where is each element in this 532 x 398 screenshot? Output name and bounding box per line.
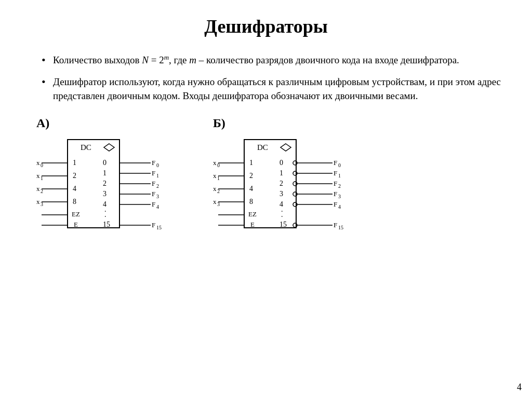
svg-text:F: F <box>152 180 155 187</box>
svg-text:2: 2 <box>280 180 283 187</box>
svg-text:x: x <box>213 198 217 205</box>
svg-text:8: 8 <box>249 198 253 205</box>
diagram-b-svg: DC x 0 x 1 x 2 x 3 1 2 <box>213 134 369 254</box>
bullet-dot-1: • <box>42 52 51 68</box>
svg-text:DC: DC <box>257 143 268 152</box>
svg-text:4: 4 <box>156 204 159 210</box>
svg-text:F: F <box>334 221 337 229</box>
svg-text:x: x <box>36 159 40 167</box>
svg-text:1: 1 <box>217 175 220 181</box>
svg-marker-51 <box>281 144 291 151</box>
svg-text:E: E <box>74 221 78 228</box>
svg-text:x: x <box>36 185 40 193</box>
diagram-a: А) DC x 0 x 1 <box>36 116 182 254</box>
svg-text:F: F <box>334 190 337 198</box>
page-number: 4 <box>517 382 522 393</box>
svg-text:0: 0 <box>103 159 107 167</box>
svg-text:15: 15 <box>103 221 110 228</box>
svg-text:x: x <box>213 185 217 193</box>
diagram-b: Б) DC x 0 x 1 x 2 <box>213 116 369 254</box>
svg-text:0: 0 <box>156 162 159 168</box>
svg-text:3: 3 <box>156 194 159 199</box>
diagram-a-label: А) <box>36 116 49 130</box>
svg-text:4: 4 <box>249 185 253 193</box>
bullet-text-1: Количество выходов N = 2m, где m – колич… <box>53 53 501 67</box>
svg-text:F: F <box>152 159 155 167</box>
svg-text:15: 15 <box>280 221 287 228</box>
bullet-item-1: • Количество выходов N = 2m, где m – кол… <box>42 53 501 68</box>
svg-text:x: x <box>36 172 40 180</box>
svg-text:EZ: EZ <box>248 210 257 218</box>
svg-text:·: · <box>104 213 107 221</box>
svg-text:3: 3 <box>41 201 43 207</box>
svg-text:1: 1 <box>103 169 107 177</box>
diagrams-row: А) DC x 0 x 1 <box>31 116 501 254</box>
svg-text:x: x <box>213 172 217 180</box>
svg-text:3: 3 <box>280 190 283 198</box>
svg-text:2: 2 <box>217 188 220 194</box>
svg-text:1: 1 <box>41 175 43 181</box>
svg-text:3: 3 <box>103 190 107 198</box>
svg-text:F: F <box>152 190 155 198</box>
svg-text:0: 0 <box>217 162 220 168</box>
svg-text:15: 15 <box>338 225 343 230</box>
svg-text:·: · <box>281 213 283 221</box>
svg-text:E: E <box>250 221 255 228</box>
bullet-list: • Количество выходов N = 2m, где m – кол… <box>42 53 501 103</box>
svg-text:1: 1 <box>249 159 253 167</box>
svg-text:1: 1 <box>280 169 283 177</box>
svg-text:F: F <box>334 180 337 187</box>
svg-text:3: 3 <box>217 201 220 207</box>
bullet-item-2: • Дешифратор используют, когда нужно обр… <box>42 75 501 103</box>
svg-text:4: 4 <box>338 204 341 210</box>
svg-text:3: 3 <box>338 194 341 199</box>
page: Дешифраторы • Количество выходов N = 2m,… <box>0 0 532 398</box>
svg-text:2: 2 <box>156 183 159 189</box>
svg-text:0: 0 <box>338 162 341 168</box>
svg-text:15: 15 <box>156 225 162 230</box>
svg-text:F: F <box>152 221 155 229</box>
svg-marker-2 <box>104 144 114 151</box>
svg-text:4: 4 <box>280 200 283 208</box>
svg-text:4: 4 <box>73 185 76 193</box>
svg-text:F: F <box>334 169 337 177</box>
page-title: Дешифраторы <box>31 16 501 37</box>
svg-text:0: 0 <box>280 159 283 167</box>
svg-text:F: F <box>334 200 337 208</box>
svg-text:2: 2 <box>338 183 341 189</box>
svg-text:x: x <box>213 159 217 167</box>
svg-text:2: 2 <box>103 180 107 187</box>
svg-text:F: F <box>152 169 155 177</box>
svg-text:0: 0 <box>41 162 43 168</box>
bullet-dot-2: • <box>42 74 51 90</box>
svg-text:x: x <box>36 198 40 205</box>
svg-text:2: 2 <box>73 172 76 180</box>
svg-text:F: F <box>152 200 155 208</box>
diagram-a-svg: DC x 0 x 1 x 2 x 3 <box>36 134 182 254</box>
svg-text:EZ: EZ <box>72 210 80 218</box>
svg-text:1: 1 <box>73 159 76 167</box>
bullet-text-2: Дешифратор используют, когда нужно обращ… <box>53 75 501 103</box>
svg-text:2: 2 <box>249 172 253 180</box>
svg-text:F: F <box>334 159 337 167</box>
diagram-b-label: Б) <box>213 116 225 130</box>
svg-text:2: 2 <box>41 188 43 194</box>
svg-text:4: 4 <box>103 200 107 208</box>
svg-text:1: 1 <box>156 173 159 179</box>
svg-text:8: 8 <box>73 198 76 205</box>
svg-text:DC: DC <box>81 143 91 152</box>
svg-text:1: 1 <box>338 173 341 179</box>
